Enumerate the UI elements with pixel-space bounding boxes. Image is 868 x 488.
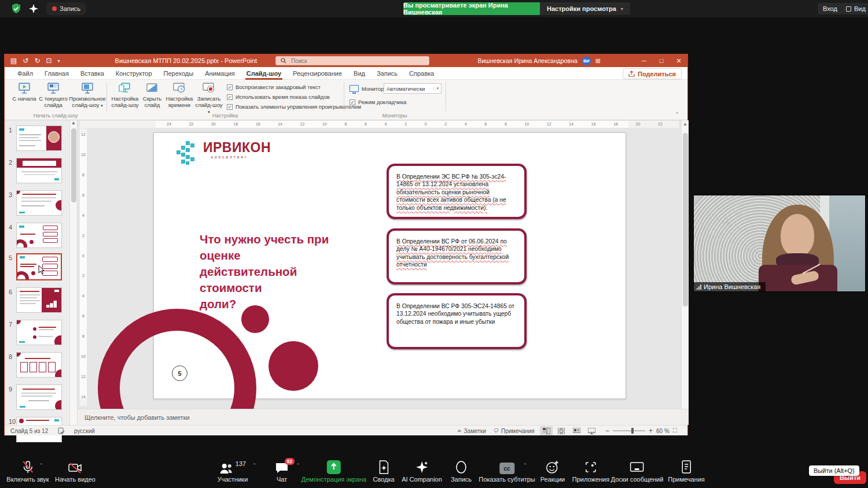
decor-circle-large[interactable] [269, 341, 318, 391]
notes-toggle[interactable]: ≐ Заметки [457, 426, 486, 436]
undo-button[interactable]: ↺ [23, 57, 28, 65]
checkbox-presenter-view[interactable]: ✓ Режим докладчика [350, 99, 406, 105]
tab-transitions[interactable]: Переходы [158, 67, 200, 80]
slide-thumbnail-2[interactable] [16, 158, 62, 183]
zoom-slider[interactable] [613, 430, 645, 431]
slide-thumbnail-6[interactable] [16, 287, 62, 313]
comments-toggle[interactable]: 🗩 Примечания [494, 426, 535, 436]
law-box-1[interactable]: В Определении ЭС ВС РФ № 305-эс24-14865 … [387, 164, 527, 219]
tab-view[interactable]: Вид [348, 67, 371, 80]
hide-slide-button[interactable]: Скрыть слайд [141, 82, 163, 109]
tab-animations[interactable]: Анимация [199, 67, 241, 80]
reading-view-button[interactable] [570, 426, 583, 435]
share-screen-button[interactable]: Демонстрация экрана [301, 460, 366, 483]
slide-thumbnail-4[interactable] [16, 223, 62, 248]
participant-video-tile[interactable]: Ирина Вишневская [693, 195, 866, 292]
ai-companion-button[interactable]: AI Companion [402, 460, 442, 483]
summary-button[interactable]: Сводка [373, 460, 394, 483]
zoom-in-button[interactable]: + [649, 427, 653, 435]
slide-thumbnail-5-selected[interactable] [16, 253, 62, 280]
irvikon-logo[interactable]: ИРВИКОН консалтинг [176, 141, 271, 165]
zoom-slider-thumb[interactable] [631, 428, 634, 434]
slide-thumbnail-9[interactable] [16, 385, 62, 410]
scroll-up-icon[interactable]: ▲ [682, 120, 689, 127]
normal-view-button[interactable] [540, 426, 553, 435]
law-box-2[interactable]: В Определении ВС РФ от 06.06.2024 по дел… [387, 228, 527, 284]
zoom-percentage[interactable]: 60 % [656, 428, 670, 434]
search-input[interactable] [290, 57, 406, 65]
slide-counter[interactable]: Слайд 5 из 12 [10, 426, 48, 436]
participants-chevron[interactable]: ⌃ [252, 463, 257, 468]
recording-indicator[interactable]: Запись [46, 2, 86, 15]
scroll-up-icon[interactable]: ▲ [70, 120, 77, 125]
tab-home[interactable]: Главная [39, 67, 75, 80]
law-box-3[interactable]: В Определении ВС РФ 305-ЭС24-14865 от 13… [387, 293, 527, 349]
view-mode-button[interactable]: Вид [841, 3, 868, 14]
rehearse-timings-button[interactable]: Настройка времени [165, 82, 193, 109]
thumbnail-scrollbar[interactable]: ▲ [69, 120, 77, 425]
account-area[interactable]: Вишневская Ирина Александровна ВИ ⊞ [477, 54, 601, 67]
customize-qat-button[interactable]: ▾ [58, 58, 60, 64]
security-shield-icon[interactable] [10, 3, 22, 17]
participants-button[interactable]: 137 ⌃ Участники [218, 460, 248, 483]
whiteboards-button[interactable]: Доски сообщений [611, 460, 664, 483]
checkbox-use-timings[interactable]: ✓ Использовать время показа слайдов [227, 94, 330, 100]
custom-show-label: Произвольное слайд-шоу ▾ [69, 96, 105, 109]
collapse-ribbon-button[interactable]: ⌃ [675, 112, 679, 117]
custom-show-button[interactable]: Произвольное слайд-шоу ▾ [71, 82, 104, 109]
tab-help[interactable]: Справка [403, 67, 440, 80]
spell-check-icon[interactable] [58, 426, 65, 436]
start-slideshow-button[interactable]: ⊡ [46, 57, 52, 65]
captions-chevron[interactable]: ⌃ [523, 463, 527, 468]
fit-to-window-icon[interactable]: ⛶ [673, 427, 677, 434]
slide-thumbnail-7[interactable] [16, 320, 62, 345]
start-video-button[interactable]: Начать видео [55, 460, 95, 483]
decor-circle-small[interactable] [241, 305, 269, 333]
share-button[interactable]: Поделиться [623, 68, 682, 79]
from-current-slide-button[interactable]: С текущего слайда [37, 82, 69, 109]
redo-button[interactable]: ↻ [34, 57, 40, 65]
share-screen-icon [327, 460, 341, 474]
audio-options-chevron[interactable]: ⌃ [39, 463, 43, 468]
search-box[interactable] [275, 56, 429, 65]
slide-page-number[interactable]: 5 [172, 365, 187, 381]
captions-button[interactable]: cc ⌃ Показать субтитры [479, 460, 535, 483]
monitor-select[interactable]: Автоматически ▾ [384, 83, 442, 94]
slide-thumbnail-3[interactable] [16, 190, 62, 216]
slideshow-view-button[interactable] [585, 426, 598, 435]
slide-thumbnail-8[interactable] [16, 352, 62, 378]
slide-sorter-view-button[interactable] [555, 426, 568, 435]
apps-button[interactable]: Приложения [572, 460, 609, 483]
save-button[interactable]: ▤ [10, 57, 17, 65]
tab-record[interactable]: Запись [371, 67, 403, 80]
language-indicator[interactable]: русский [74, 426, 95, 436]
slide-thumbnail-1[interactable] [16, 125, 62, 151]
record-slideshow-button[interactable]: Записать слайд-шоу ▾ [194, 82, 223, 115]
view-settings-button[interactable]: Настройки просмотра ▾ [540, 2, 630, 15]
chat-chevron[interactable]: ⌃ [296, 463, 300, 468]
login-button[interactable]: Вход [818, 3, 843, 14]
notes-area[interactable]: Щелкните, чтобы добавить заметки [78, 409, 689, 425]
unmute-button[interactable]: ⌃ Включить звук [6, 460, 49, 483]
maximize-button[interactable]: □ [653, 54, 670, 67]
tab-design[interactable]: Конструктор [110, 67, 158, 80]
chat-button[interactable]: 82 ⌃ Чат [275, 460, 289, 483]
from-beginning-button[interactable]: С начала [12, 82, 37, 102]
canvas-scrollbar[interactable]: ▲ [681, 120, 689, 409]
annotations-button[interactable]: Примечания [668, 460, 705, 483]
tab-slideshow[interactable]: Слайд-шоу [241, 67, 287, 80]
minimize-button[interactable]: ─ [635, 54, 653, 67]
reactions-button[interactable]: Реакции [540, 460, 565, 483]
checkbox-play-narration[interactable]: ✓ Воспроизвести закадровый текст [227, 84, 321, 90]
zoom-out-button[interactable]: − [605, 427, 609, 435]
setup-slideshow-button[interactable]: Настройка слайд-шоу [110, 82, 140, 109]
ribbon-display-options-icon[interactable]: ⊞ [595, 57, 601, 65]
tab-review[interactable]: Рецензирование [287, 67, 348, 80]
tab-insert[interactable]: Вставка [75, 67, 110, 80]
record-button[interactable]: Запись [451, 460, 472, 483]
close-button[interactable]: ✕ [670, 54, 687, 67]
checkbox-show-controls[interactable]: ✓ Показать элементы управления проигрыва… [227, 103, 361, 110]
tab-file[interactable]: Файл [12, 67, 39, 80]
ai-sparkle-icon[interactable] [28, 3, 39, 17]
slide-title[interactable]: Что нужно учесть при оценке действительн… [200, 231, 356, 312]
